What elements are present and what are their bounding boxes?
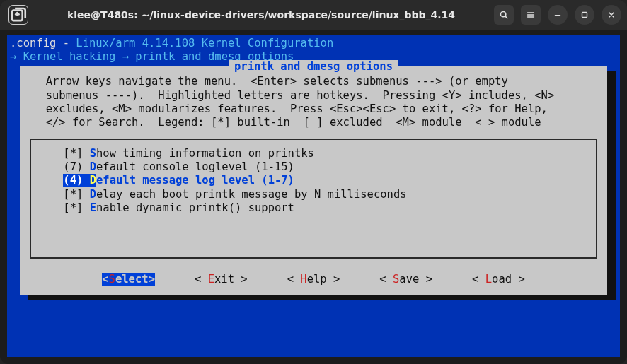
dialog-container: printk and dmesg options Arrow keys navi…	[20, 66, 607, 295]
menuconfig-background: .config - Linux/arm 4.14.108 Kernel Conf…	[7, 35, 620, 357]
titlebar-controls	[494, 5, 621, 25]
menu-item-message-loglevel[interactable]: (4) Default message log level (1-7)	[37, 174, 590, 187]
minimize-button[interactable]	[548, 5, 568, 25]
window-titlebar: klee@T480s: ~/linux-device-drivers/works…	[0, 0, 627, 30]
maximize-button[interactable]	[575, 5, 594, 25]
dialog-button-row: <Select> < Exit > < Help > < Save > < Lo…	[25, 270, 602, 288]
exit-button[interactable]: < Exit >	[195, 273, 248, 286]
window-title: klee@T480s: ~/linux-device-drivers/works…	[34, 9, 488, 20]
config-header: .config - Linux/arm 4.14.108 Kernel Conf…	[7, 37, 620, 50]
terminal-area[interactable]: .config - Linux/arm 4.14.108 Kernel Conf…	[0, 30, 627, 364]
menu-list: [*] Show timing information on printks (…	[30, 139, 597, 259]
select-button[interactable]: <Select>	[102, 273, 155, 286]
menu-item-delay-printk[interactable]: [*] Delay each boot printk message by N …	[37, 188, 590, 201]
hamburger-menu-button[interactable]	[521, 5, 541, 25]
menu-item-timing[interactable]: [*] Show timing information on printks	[37, 147, 590, 160]
menu-item-dynamic-printk[interactable]: [*] Enable dynamic printk() support	[37, 201, 590, 215]
help-button[interactable]: < Help >	[287, 273, 340, 286]
search-button[interactable]	[494, 5, 514, 25]
new-tab-icon[interactable]	[8, 5, 28, 25]
menuconfig-dialog: printk and dmesg options Arrow keys navi…	[20, 66, 607, 295]
dialog-help-text: Arrow keys navigate the menu. <Enter> se…	[25, 75, 602, 134]
dialog-title: printk and dmesg options	[229, 60, 398, 73]
save-button[interactable]: < Save >	[379, 273, 432, 286]
menu-item-console-loglevel[interactable]: (7) Default console loglevel (1-15)	[37, 160, 590, 174]
close-button[interactable]	[602, 5, 621, 25]
arrow-right-icon: →	[10, 50, 23, 63]
load-button[interactable]: < Load >	[472, 273, 525, 286]
svg-rect-2	[582, 13, 587, 18]
dialog-title-row: printk and dmesg options	[25, 60, 602, 74]
